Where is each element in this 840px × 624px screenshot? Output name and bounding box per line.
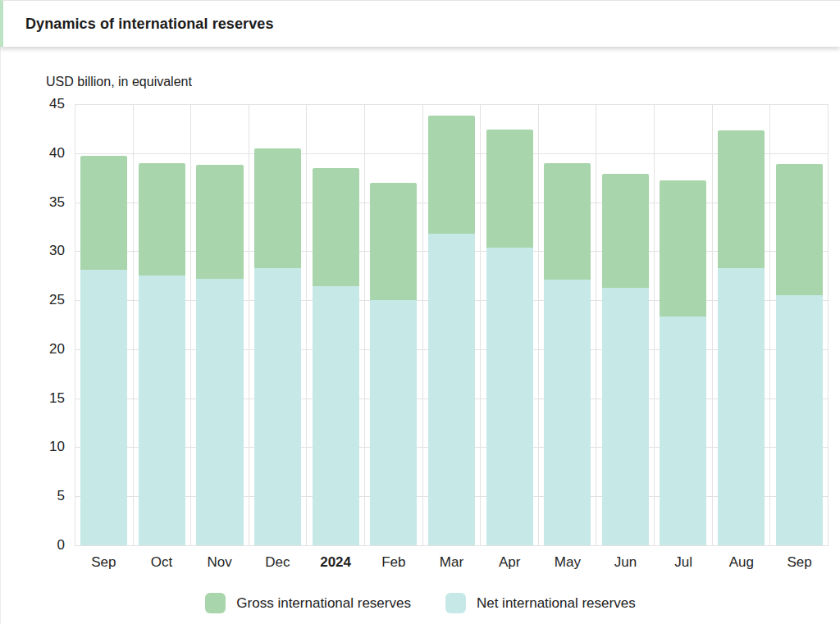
x-axis-label-may-8: May: [539, 554, 597, 571]
bar-slot-oct-1: [134, 104, 192, 545]
net-bar-may-8[interactable]: [544, 280, 591, 545]
bar-slot-nov-2: [191, 104, 249, 545]
x-axis-label-sep-0: Sep: [75, 554, 133, 571]
x-axis-label-dec-3: Dec: [249, 554, 307, 571]
y-tick-label-0: 0: [57, 537, 65, 553]
net-bar-sep-12[interactable]: [776, 295, 823, 545]
x-axis-label-sep-12: Sep: [770, 554, 829, 571]
y-tick-label-35: 35: [49, 194, 65, 211]
legend-label: Net international reserves: [477, 595, 636, 612]
chart-subtitle: USD billion, in equivalent: [46, 75, 840, 89]
net-bar-2024-4[interactable]: [313, 286, 359, 545]
net-bar-dec-3[interactable]: [254, 268, 301, 545]
y-tick-label-40: 40: [49, 145, 65, 162]
legend-item-net[interactable]: Net international reserves: [445, 593, 636, 613]
chart-title-card: Dynamics of international reserves: [0, 0, 840, 47]
net-bar-mar-6[interactable]: [428, 234, 475, 545]
net-bar-jun-9[interactable]: [602, 288, 649, 545]
bar-slot-feb-5: [365, 104, 423, 545]
y-tick-label-45: 45: [49, 96, 65, 112]
bar-slot-dec-3: [249, 104, 308, 545]
legend-swatch-icon: [445, 593, 466, 613]
y-tick-label-30: 30: [49, 243, 65, 259]
net-bar-oct-1[interactable]: [139, 276, 185, 545]
x-axis-label-2024-4: 2024: [307, 554, 365, 571]
x-axis-label-jun-9: Jun: [596, 554, 655, 571]
bar-slot-aug-11: [713, 104, 771, 545]
net-bar-sep-0[interactable]: [80, 270, 127, 545]
y-tick-label-10: 10: [49, 439, 65, 455]
y-tick-label-5: 5: [57, 488, 65, 504]
x-axis-label-apr-7: Apr: [481, 554, 539, 571]
x-axis-label-mar-6: Mar: [422, 554, 481, 571]
net-bar-nov-2[interactable]: [196, 279, 243, 545]
bar-slot-jun-9: [596, 104, 655, 545]
bar-slot-2024-4: [307, 104, 365, 545]
x-axis-label-oct-1: Oct: [133, 554, 191, 571]
bar-slot-mar-6: [423, 104, 482, 545]
net-bar-jul-10[interactable]: [660, 317, 706, 545]
y-tick-label-25: 25: [49, 292, 65, 308]
bar-slot-sep-12: [770, 104, 829, 545]
legend-label: Gross international reserves: [236, 595, 411, 612]
x-axis-label-nov-2: Nov: [190, 554, 249, 571]
bar-slot-jul-10: [655, 104, 713, 545]
plot-area: 454035302520151050: [75, 104, 829, 545]
net-bar-aug-11[interactable]: [718, 268, 765, 545]
x-axis-label-jul-10: Jul: [655, 554, 713, 571]
chart-card: USD billion, in equivalent 4540353025201…: [0, 47, 840, 624]
bar-slot-may-8: [539, 104, 597, 545]
page-title: Dynamics of international reserves: [25, 16, 274, 33]
bar-slot-apr-7: [481, 104, 539, 545]
y-tick-label-15: 15: [49, 390, 65, 407]
net-bar-apr-7[interactable]: [486, 248, 533, 545]
x-axis-label-aug-11: Aug: [713, 554, 771, 571]
gridline-0: [75, 545, 829, 546]
y-tick-label-20: 20: [49, 341, 65, 358]
x-axis-labels: SepOctNovDec2024FebMarAprMayJunJulAugSep: [75, 554, 829, 571]
net-bar-feb-5[interactable]: [370, 300, 417, 545]
bar-slot-sep-0: [75, 104, 134, 545]
chart-legend: Gross international reservesNet internat…: [1, 593, 840, 613]
legend-swatch-icon: [205, 593, 226, 613]
legend-item-gross[interactable]: Gross international reserves: [205, 593, 411, 613]
x-axis-label-feb-5: Feb: [364, 554, 422, 571]
bars-layer: [75, 104, 829, 545]
